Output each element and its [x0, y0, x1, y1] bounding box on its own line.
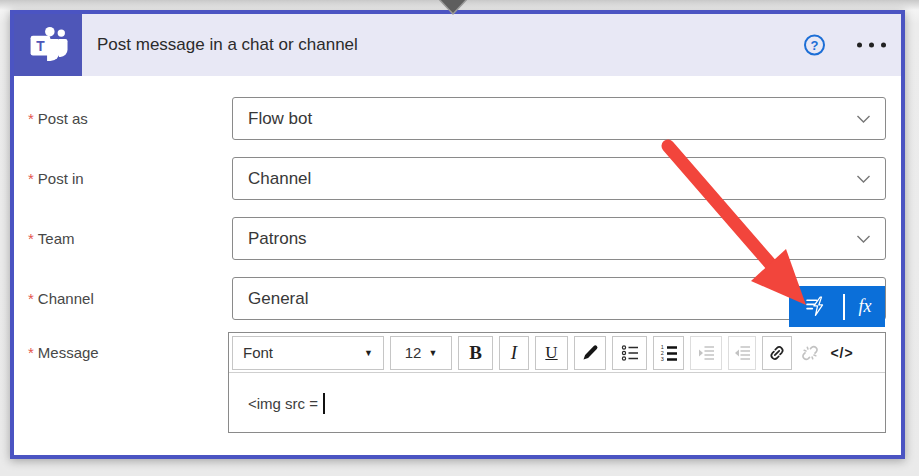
team-label: * Team — [28, 217, 75, 260]
bullet-list-icon — [621, 344, 639, 362]
team-dropdown[interactable]: Patrons — [232, 217, 886, 260]
action-card-post-message: T Post message in a chat or channel ? * … — [10, 10, 905, 459]
card-header[interactable]: T Post message in a chat or channel ? — [14, 14, 901, 76]
help-icon[interactable]: ? — [804, 35, 825, 56]
svg-text:3: 3 — [660, 356, 663, 362]
indent-button[interactable] — [690, 336, 722, 370]
required-marker: * — [28, 170, 34, 187]
post-in-label: * Post in — [28, 157, 84, 200]
chevron-down-icon — [856, 234, 871, 243]
outdent-button[interactable] — [728, 336, 756, 370]
outdent-icon — [733, 344, 751, 362]
message-label: * Message — [28, 344, 99, 361]
card-title: Post message in a chat or channel — [97, 35, 358, 55]
numbered-list-button[interactable]: 123 — [653, 336, 684, 370]
channel-combobox[interactable]: General — [232, 277, 886, 320]
font-family-dropdown[interactable]: Font ▼ — [232, 336, 384, 370]
link-icon — [768, 344, 786, 362]
bullet-list-button[interactable] — [612, 336, 647, 370]
required-marker: * — [28, 344, 34, 361]
svg-text:T: T — [36, 39, 45, 54]
dynamic-content-icon — [805, 295, 828, 318]
teams-icon: T — [26, 23, 70, 67]
chevron-down-icon — [856, 114, 871, 123]
unlink-icon — [801, 344, 819, 362]
post-as-label: * Post as — [28, 97, 88, 140]
more-options-icon[interactable] — [857, 43, 886, 48]
row-post-as: * Post as Flow bot — [14, 97, 901, 140]
numbered-list-icon: 123 — [660, 344, 678, 362]
required-marker: * — [28, 230, 34, 247]
highlight-color-button[interactable] — [574, 336, 606, 370]
indent-icon — [697, 344, 715, 362]
font-size-dropdown[interactable]: 12 ▼ — [390, 336, 452, 370]
row-channel: * Channel General — [14, 277, 901, 320]
required-marker: * — [28, 290, 34, 307]
underline-button[interactable]: U — [535, 336, 568, 370]
channel-label: * Channel — [28, 277, 94, 320]
card-title-bar[interactable]: Post message in a chat or channel ? — [82, 14, 901, 76]
highlighter-pen-icon — [581, 344, 599, 362]
caret-down-icon: ▼ — [428, 348, 437, 358]
insert-link-button[interactable] — [762, 336, 792, 370]
required-marker: * — [28, 110, 34, 127]
post-in-dropdown[interactable]: Channel — [232, 157, 886, 200]
bold-button[interactable]: B — [458, 336, 493, 370]
post-as-dropdown[interactable]: Flow bot — [232, 97, 886, 140]
text-cursor — [323, 393, 325, 414]
row-post-in: * Post in Channel — [14, 157, 901, 200]
caret-down-icon: ▼ — [364, 348, 373, 358]
expression-button[interactable]: fx — [845, 286, 885, 327]
message-input[interactable]: <img src = — [229, 373, 885, 433]
code-view-button[interactable]: </> — [827, 336, 857, 370]
message-rich-text-editor: Font ▼ 12 ▼ B I U — [228, 332, 886, 433]
rich-text-toolbar: Font ▼ 12 ▼ B I U — [229, 333, 885, 373]
remove-link-button[interactable] — [798, 336, 821, 370]
message-text: <img src = — [248, 395, 318, 412]
input-helper-flyout: fx — [789, 286, 885, 327]
teams-connector-tile: T — [14, 14, 82, 76]
row-team: * Team Patrons — [14, 217, 901, 260]
chevron-down-icon — [856, 174, 871, 183]
italic-button[interactable]: I — [499, 336, 529, 370]
dynamic-content-button[interactable] — [789, 286, 843, 327]
